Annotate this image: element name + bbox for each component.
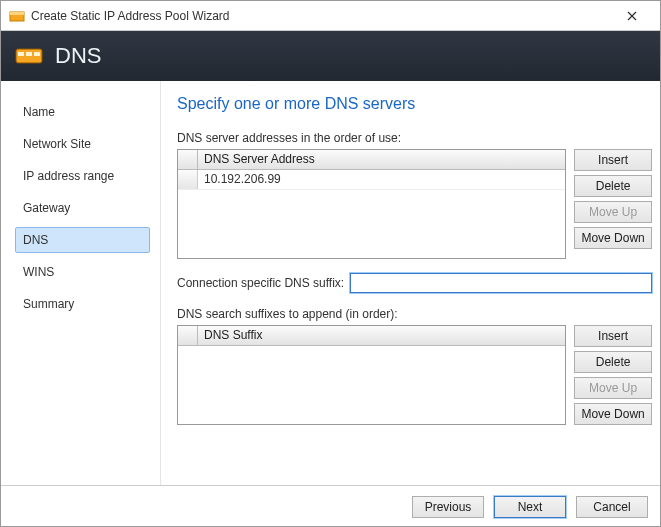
svg-rect-1: [10, 12, 24, 15]
sidebar-item-summary[interactable]: Summary: [15, 291, 150, 317]
row-header-corner: [178, 150, 198, 169]
titlebar: Create Static IP Address Pool Wizard: [1, 1, 660, 31]
dns-servers-grid[interactable]: DNS Server Address 10.192.206.99: [177, 149, 566, 259]
sidebar-item-dns[interactable]: DNS: [15, 227, 150, 253]
row-header[interactable]: [178, 170, 198, 189]
servers-insert-button[interactable]: Insert: [574, 149, 652, 171]
svg-rect-6: [26, 52, 32, 56]
servers-label: DNS server addresses in the order of use…: [177, 131, 652, 145]
table-row[interactable]: 10.192.206.99: [178, 170, 565, 190]
header-title: DNS: [55, 43, 101, 69]
sidebar-item-network-site[interactable]: Network Site: [15, 131, 150, 157]
dns-search-grid[interactable]: DNS Suffix: [177, 325, 566, 425]
search-insert-button[interactable]: Insert: [574, 325, 652, 347]
search-button-column: Insert Delete Move Up Move Down: [574, 325, 652, 425]
footer: Previous Next Cancel: [1, 485, 660, 527]
servers-button-column: Insert Delete Move Up Move Down: [574, 149, 652, 259]
sidebar-item-gateway[interactable]: Gateway: [15, 195, 150, 221]
next-button[interactable]: Next: [494, 496, 566, 518]
sidebar-item-ip-range[interactable]: IP address range: [15, 163, 150, 189]
search-delete-button[interactable]: Delete: [574, 351, 652, 373]
dns-icon: [15, 45, 43, 67]
search-movedown-button[interactable]: Move Down: [574, 403, 652, 425]
row-header-corner: [178, 326, 198, 345]
servers-movedown-button[interactable]: Move Down: [574, 227, 652, 249]
sidebar-item-wins[interactable]: WINS: [15, 259, 150, 285]
previous-button[interactable]: Previous: [412, 496, 484, 518]
cancel-button[interactable]: Cancel: [576, 496, 648, 518]
servers-delete-button[interactable]: Delete: [574, 175, 652, 197]
suffix-label: Connection specific DNS suffix:: [177, 276, 344, 290]
window-title: Create Static IP Address Pool Wizard: [31, 9, 612, 23]
grid-header: DNS Server Address: [178, 150, 565, 170]
search-col-header[interactable]: DNS Suffix: [198, 326, 565, 345]
wizard-sidebar: Name Network Site IP address range Gatew…: [1, 81, 161, 485]
suffix-input[interactable]: [350, 273, 652, 293]
content-panel: Specify one or more DNS servers DNS serv…: [161, 81, 660, 485]
servers-col-header[interactable]: DNS Server Address: [198, 150, 565, 169]
page-title: Specify one or more DNS servers: [177, 95, 652, 113]
wizard-icon: [9, 8, 25, 24]
close-button[interactable]: [612, 2, 652, 30]
server-cell[interactable]: 10.192.206.99: [198, 170, 565, 189]
header-band: DNS: [1, 31, 660, 81]
search-label: DNS search suffixes to append (in order)…: [177, 307, 652, 321]
grid-header: DNS Suffix: [178, 326, 565, 346]
search-moveup-button: Move Up: [574, 377, 652, 399]
svg-rect-7: [34, 52, 40, 56]
svg-rect-5: [18, 52, 24, 56]
sidebar-item-name[interactable]: Name: [15, 99, 150, 125]
servers-moveup-button: Move Up: [574, 201, 652, 223]
